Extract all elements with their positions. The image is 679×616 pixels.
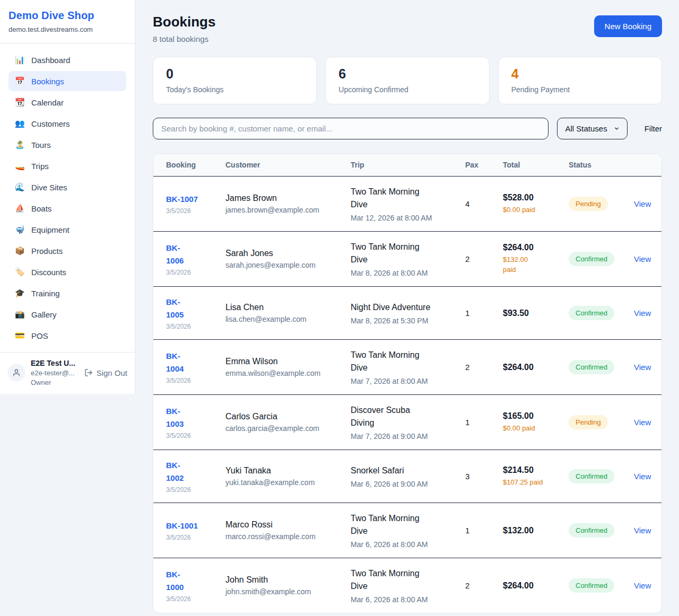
table-row: BK- 1002 3/5/2026 Yuki Tanaka yuki.tanak… (153, 450, 661, 503)
calendar-icon: 📅 (15, 76, 24, 86)
booking-date: 3/5/2026 (166, 534, 221, 541)
view-link[interactable]: View (634, 526, 651, 535)
sidebar-item-tours[interactable]: 🏝️ Tours (8, 135, 126, 155)
sidebar-item-pos[interactable]: 💳 POS (8, 325, 126, 346)
sidebar-item-discounts[interactable]: 🏷️ Discounts (8, 262, 126, 282)
booking-date: 3/5/2026 (166, 207, 221, 215)
customer-name: Emma Wilson (225, 357, 346, 366)
sidebar-item-label: Products (31, 247, 63, 256)
stat-value: 6 (338, 66, 476, 82)
status-badge: Pending (569, 197, 608, 211)
booking-id-link[interactable]: BK- 1006 (166, 242, 221, 267)
trip-title: Snorkel Safari (351, 464, 461, 477)
sidebar-nav: 📊 Dashboard 📅 Bookings 📆 Calendar 👥 Cust… (0, 43, 135, 352)
column-header-total: Total (503, 161, 569, 169)
sidebar-item-bookings[interactable]: 📅 Bookings (8, 71, 126, 91)
page-header: Bookings 8 total bookings New Booking (153, 14, 662, 43)
view-link[interactable]: View (634, 363, 651, 372)
sidebar-item-customers[interactable]: 👥 Customers (8, 113, 126, 134)
new-booking-button[interactable]: New Booking (594, 15, 662, 37)
view-link[interactable]: View (634, 581, 651, 590)
stat-card-pending-payment: 4 Pending Payment (498, 57, 662, 104)
page-title: Bookings (153, 14, 215, 30)
stat-value: 0 (166, 66, 303, 82)
customer-name: Yuki Tanaka (225, 466, 346, 476)
sign-out-icon (84, 368, 93, 377)
total-amount: $93.50 (503, 309, 564, 318)
sidebar-item-products[interactable]: 📦 Products (8, 241, 126, 261)
column-header-trip: Trip (351, 161, 465, 169)
table-row: BK- 1004 3/5/2026 Emma Wilson emma.wilso… (153, 339, 661, 394)
booking-date: 3/5/2026 (166, 377, 221, 384)
total-amount: $528.00 (503, 193, 564, 203)
sidebar-item-training[interactable]: 🎓 Training (8, 283, 126, 303)
sidebar: Demo Dive Shop demo.test.divestreams.com… (0, 0, 135, 394)
sidebar-item-label: Calendar (31, 98, 64, 107)
sidebar-item-equipment[interactable]: 🤿 Equipment (8, 219, 126, 240)
sign-out-button[interactable]: Sign Out (84, 368, 127, 377)
booking-id-link[interactable]: BK- 1004 (166, 350, 221, 375)
table-row: BK-1001 3/5/2026 Marco Rossi marco.rossi… (153, 503, 661, 558)
table-row: BK-1007 3/5/2026 James Brown james.brown… (153, 177, 661, 231)
view-link[interactable]: View (634, 472, 651, 481)
sidebar-item-dive-sites[interactable]: 🌊 Dive Sites (8, 177, 126, 197)
pax-count: 1 (465, 526, 503, 535)
pax-count: 2 (465, 581, 503, 590)
trip-title: Two Tank Morning Dive (351, 349, 461, 374)
sidebar-item-calendar[interactable]: 📆 Calendar (8, 92, 126, 112)
pax-count: 4 (465, 199, 503, 208)
status-filter-value: All Statuses (565, 124, 607, 133)
status-badge: Confirmed (569, 469, 614, 483)
paid-amount: $0.00 paid (503, 205, 564, 215)
customer-name: James Brown (225, 193, 346, 203)
sidebar-item-gallery[interactable]: 📸 Gallery (8, 304, 126, 324)
sidebar-item-trips[interactable]: 🚤 Trips (8, 156, 126, 176)
booking-id-link[interactable]: BK- 1003 (166, 405, 221, 430)
customer-email: lisa.chen@example.com (225, 315, 346, 323)
tag-icon: 🏷️ (15, 267, 24, 277)
booking-id-link[interactable]: BK- 1005 (166, 296, 221, 321)
sidebar-item-label: Gallery (31, 310, 57, 319)
customer-name: Sarah Jones (225, 249, 346, 258)
customer-name: John Smith (225, 575, 346, 585)
total-amount: $264.00 (503, 243, 564, 252)
view-link[interactable]: View (634, 309, 651, 318)
stat-card-upcoming-confirmed: 6 Upcoming Confirmed (325, 57, 489, 104)
sidebar-item-label: Trips (31, 162, 49, 171)
view-link[interactable]: View (634, 199, 651, 208)
desert-island-icon: 🏝️ (15, 140, 24, 149)
customer-email: sarah.jones@example.com (225, 261, 346, 269)
graduation-cap-icon: 🎓 (15, 288, 24, 298)
trip-datetime: Mar 7, 2026 at 9:00 AM (351, 432, 461, 441)
view-link[interactable]: View (634, 418, 651, 427)
booking-id-link[interactable]: BK-1001 (166, 520, 221, 532)
filter-button[interactable]: Filter (645, 124, 662, 133)
user-email: e2e-tester@... (31, 369, 79, 377)
sidebar-item-label: Tours (31, 140, 51, 149)
status-filter-select[interactable]: All Statuses (557, 118, 627, 139)
main-content: Bookings 8 total bookings New Booking 0 … (135, 0, 679, 613)
view-link[interactable]: View (634, 254, 651, 263)
sidebar-item-boats[interactable]: ⛵ Boats (8, 198, 126, 218)
sidebar-item-dashboard[interactable]: 📊 Dashboard (8, 50, 126, 70)
status-badge: Pending (569, 415, 608, 429)
pax-count: 2 (465, 363, 503, 372)
pax-count: 1 (465, 309, 503, 318)
booking-date: 3/5/2026 (166, 595, 221, 603)
booking-id-link[interactable]: BK- 1000 (166, 568, 221, 593)
sidebar-item-label: Bookings (31, 77, 64, 86)
filter-row: All Statuses Filter (153, 118, 662, 139)
bookings-table: Booking Customer Trip Pax Total Status B… (153, 153, 662, 613)
status-badge: Confirmed (569, 523, 614, 538)
credit-card-icon: 💳 (15, 331, 24, 340)
booking-id-link[interactable]: BK- 1002 (166, 459, 221, 484)
customer-email: emma.wilson@example.com (225, 369, 346, 377)
sidebar-item-label: Dive Sites (31, 183, 67, 192)
column-header-pax: Pax (465, 161, 503, 169)
people-icon: 👥 (15, 119, 24, 128)
customer-name: Marco Rossi (225, 520, 346, 530)
stat-label: Pending Payment (511, 85, 649, 94)
search-input[interactable] (153, 118, 549, 139)
stat-label: Upcoming Confirmed (338, 85, 476, 94)
booking-id-link[interactable]: BK-1007 (166, 193, 221, 205)
